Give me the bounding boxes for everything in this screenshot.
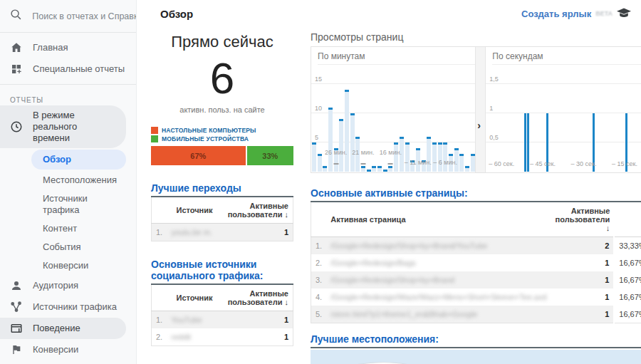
minute-bar[interactable] xyxy=(471,154,475,172)
minute-bar[interactable] xyxy=(328,108,333,172)
row-number: 3. xyxy=(311,271,327,288)
active-users-count: 6 xyxy=(151,51,293,105)
sidebar-item-acquisition[interactable]: Источники трафика xyxy=(0,296,136,318)
y-tick-label: 5 xyxy=(315,134,318,141)
chevron-right-icon[interactable]: › xyxy=(477,120,481,131)
minute-bar-cap xyxy=(432,142,437,145)
minute-bar-cap xyxy=(328,108,333,110)
column-header-users[interactable]: Активные пользователи ↓ xyxy=(217,285,293,311)
column-header-source[interactable]: Источник xyxy=(152,197,217,224)
table-row[interactable]: 1.YouTube1 xyxy=(152,311,293,329)
column-header-source[interactable]: Источник xyxy=(152,285,217,311)
minute-bar-cap xyxy=(454,148,459,150)
pageviews-per-second-chart[interactable]: По секундам 0,511,5– 60 сек.– 45 сек.– 3… xyxy=(486,47,641,172)
table-row[interactable]: 2./Google+Redesign/Bags116,67% xyxy=(311,254,641,271)
sort-desc-icon: ↓ xyxy=(606,224,610,232)
second-bar[interactable] xyxy=(524,113,526,172)
graduation-cap-icon[interactable] xyxy=(617,8,631,19)
gridline: 1,5 xyxy=(486,83,641,84)
x-axis-label: 26 мин. xyxy=(325,149,347,156)
sidebar-item-recommend[interactable]: Рекомендуем xyxy=(0,360,136,364)
table-row[interactable]: 3./Google+Redesign/Shop+by+Brand116,67% xyxy=(311,271,641,288)
search-icon xyxy=(0,9,32,24)
sidebar-item-conv-sub[interactable]: Конверсии xyxy=(0,256,136,275)
y-tick-label: 1 xyxy=(489,105,493,112)
home-icon xyxy=(0,41,33,54)
pageviews-per-minute-chart[interactable]: По минутам 5101526 мин.21 мин.16 мин.– 1… xyxy=(311,47,475,172)
active-pages-table: Активная страница Активные пользователи … xyxy=(311,202,641,323)
y-tick-label: 10 xyxy=(315,105,322,112)
minute-bar[interactable] xyxy=(438,142,442,172)
per-second-plot: 0,511,5– 60 сек.– 45 сек.– 30 сек.– 15 с… xyxy=(486,76,641,172)
per-minute-title: По минутам xyxy=(318,51,475,65)
minute-bar-cap xyxy=(377,166,382,168)
sidebar-item-audience[interactable]: Аудитория xyxy=(0,275,136,296)
table-row[interactable]: 1./Google+Redesign/Shop+by+Brand/YouTube… xyxy=(311,237,641,255)
minute-bar[interactable] xyxy=(432,142,437,172)
minute-bar[interactable] xyxy=(459,154,464,172)
gridline: 10 xyxy=(311,113,475,113)
minute-bar-cap xyxy=(318,154,322,156)
minute-bar-cap xyxy=(465,166,469,168)
section-social-sources: Основные источники социального трафика: … xyxy=(151,259,293,346)
minute-bar-cap xyxy=(312,142,316,145)
minute-bar-cap xyxy=(449,154,453,156)
minute-bar[interactable] xyxy=(345,90,349,172)
minute-bar[interactable] xyxy=(318,154,322,172)
sidebar-item-label: Обзор xyxy=(43,154,75,165)
sidebar-item-content[interactable]: Контент xyxy=(0,219,136,238)
legend-swatch-icon xyxy=(151,127,158,134)
row-number: 1. xyxy=(311,237,327,255)
column-header-users[interactable]: Активные пользователи ↓ xyxy=(217,197,293,224)
sidebar-item-realtime[interactable]: В режиме реального времени xyxy=(0,105,126,148)
x-axis-dash xyxy=(360,163,365,165)
table-row[interactable]: 5./store.html?p1=theme1_en&Bhab+Google11… xyxy=(311,306,641,323)
minute-bar-cap xyxy=(459,154,464,156)
split-percent-label: 33% xyxy=(262,152,278,160)
sidebar-item-sources[interactable]: Источники трафика xyxy=(0,189,136,219)
search-input[interactable]: Поиск в отчетах и Справк xyxy=(0,0,136,33)
sidebar-item-behavior[interactable]: Поведение xyxy=(0,318,126,339)
gridline: 0,5 xyxy=(486,142,641,142)
sidebar-item-label: Поведение xyxy=(33,323,85,334)
minute-bar[interactable] xyxy=(427,137,431,172)
table-row[interactable]: 4./Google+Redesign/Waze/Wazz+Mens+Short+… xyxy=(311,288,641,306)
minute-bar[interactable] xyxy=(443,142,447,172)
sidebar-item-locations[interactable]: Местоположения xyxy=(0,171,136,189)
locations-map[interactable] xyxy=(311,350,641,364)
minute-bar[interactable] xyxy=(394,142,398,172)
section-active-pages: Основные активные страницы: Активная стр… xyxy=(311,187,641,323)
right-now-card: Прямо сейчас 6 активн. польз. на сайте Н… xyxy=(151,33,293,165)
sidebar-item-label: Контент xyxy=(43,223,81,234)
second-bar[interactable] xyxy=(527,113,529,172)
sidebar-item-overview[interactable]: Обзор xyxy=(31,150,126,170)
sidebar-item-conversions[interactable]: Конверсии xyxy=(0,339,136,360)
sidebar-item-events[interactable]: События xyxy=(0,238,136,256)
page-cell: /Google+Redesign/Shop+by+Brand xyxy=(326,271,551,288)
minute-bar-cap xyxy=(323,166,327,168)
x-axis-label: – 6 мин. xyxy=(433,159,457,166)
sidebar-item-home[interactable]: Главная xyxy=(0,37,136,58)
x-axis-label: 21 мин. xyxy=(352,149,374,156)
gridline: 5 xyxy=(311,142,475,142)
table-row[interactable]: 2.reddit1 xyxy=(152,328,293,346)
users-cell: 1 xyxy=(551,288,615,306)
device-split-segment[interactable]: 67% xyxy=(151,146,246,165)
minute-bar[interactable] xyxy=(405,142,410,172)
minute-bar[interactable] xyxy=(350,113,355,172)
device-split-segment[interactable]: 33% xyxy=(247,146,293,165)
sort-desc-icon: ↓ xyxy=(285,298,289,306)
x-axis-label: 16 мин. xyxy=(380,149,402,156)
column-header-users[interactable]: Активные пользователи ↓ xyxy=(551,202,615,237)
sidebar-item-custom[interactable]: Специальные отчеты xyxy=(0,58,136,80)
create-shortcut-link[interactable]: Создать ярлык xyxy=(521,9,591,19)
sidebar-nav: ГлавнаяСпециальные отчетыОТЧЕТЫВ режиме … xyxy=(0,33,136,364)
nav-section-label-reports-lbl: ОТЧЕТЫ xyxy=(0,89,136,105)
sidebar-item-label: В режиме реального времени xyxy=(33,110,101,144)
column-header-page[interactable]: Активная страница xyxy=(326,202,551,237)
table-row[interactable]: 1.youtu.be m.1 xyxy=(152,224,293,241)
minute-bar[interactable] xyxy=(339,119,343,172)
minute-bar[interactable] xyxy=(312,142,316,172)
page-cell: /store.html?p1=theme1_en&Bhab+Google xyxy=(326,306,551,323)
chart-divider[interactable]: › xyxy=(475,47,486,172)
